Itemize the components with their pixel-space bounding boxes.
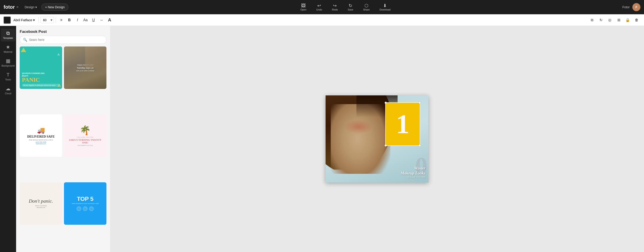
- undo-label: Undo: [316, 8, 322, 11]
- layers-icon: ⊞: [618, 18, 620, 22]
- italic-icon: I: [77, 18, 78, 22]
- bold-icon: B: [68, 18, 71, 22]
- tmpl-script-title: Don't panic.: [29, 199, 53, 204]
- number-one: 1: [396, 111, 410, 138]
- tmpl-top5-twitter-icons: 🐦 🐦 🐦: [76, 206, 94, 211]
- layers-button[interactable]: ⊞: [615, 16, 622, 24]
- case-icon: A: [108, 17, 111, 22]
- open-icon: 🖼: [301, 3, 306, 8]
- rotate-element-button[interactable]: ↻: [597, 16, 605, 24]
- background-icon: ▦: [6, 58, 10, 63]
- underline-icon: U: [92, 18, 95, 22]
- cloud-icon: ☁: [6, 86, 10, 91]
- canvas-background: 1 0 WinterMakeup Looks to Copy Thi: [326, 95, 428, 183]
- decor-triangle-3: [57, 53, 60, 55]
- tmpl-sara-name: SARA'S TURNING TWENTY ONE!: [67, 139, 104, 144]
- sidebar-item-cloud[interactable]: ☁ Cloud: [1, 84, 15, 97]
- yellow-box[interactable]: 1: [385, 102, 420, 146]
- material-icon: ★: [6, 45, 10, 50]
- spacing-icon: ↔: [100, 18, 103, 22]
- sidebar-item-background[interactable]: ▦ Background: [1, 56, 15, 69]
- tmpl-script-sub: Sharon Counselingwww.fotor.com: [35, 205, 46, 209]
- download-label: Download: [380, 8, 390, 11]
- tmpl-sharon-content: SHARON COUNSELING Don't PANIC We are tog…: [22, 72, 60, 87]
- top-bar: fotor ® Design ▾ + New Design 🖼 Open ↩ U…: [0, 0, 644, 14]
- download-icon: ⬇: [383, 3, 387, 8]
- delete-icon: 🗑: [635, 18, 638, 22]
- redo-button[interactable]: ↪ Redo: [330, 2, 340, 12]
- tmpl-delivered-sub: Order what you need for arrive or call u…: [29, 139, 53, 141]
- templates-grid: SHARON COUNSELING Don't PANIC We are tog…: [16, 46, 110, 252]
- tmpl-sara-date: SEPTEMBER 20 21 2021: [78, 145, 93, 146]
- winter-subtitle: to Copy This Year: [401, 176, 426, 178]
- template-card-sara[interactable]: 🌴 YOU ARE INVITED SARA'S TURNING TWENTY …: [64, 114, 106, 157]
- twitter-icon-1: 🐦: [76, 206, 82, 211]
- logo-area: fotor ®: [4, 4, 18, 10]
- italic-button[interactable]: I: [74, 16, 81, 24]
- sidebar-item-texts[interactable]: T Texts: [1, 70, 15, 83]
- text-case-button[interactable]: A: [106, 16, 113, 24]
- crop-icon: ◎: [608, 18, 611, 22]
- aa-icon: Aa: [83, 18, 88, 22]
- template-card-top5[interactable]: TOP 5 Twitter Strategies to Grow Your Br…: [64, 182, 106, 225]
- align-button[interactable]: ≡: [58, 16, 65, 24]
- tmpl-sharon-panic: PANIC: [22, 77, 60, 83]
- open-button[interactable]: 🖼 Open: [298, 2, 308, 12]
- fotor-logo: fotor: [4, 4, 15, 10]
- template-panel: Facebook Post 🔍 SHARON COUNSELING Don't …: [16, 26, 110, 252]
- sidebar-item-material[interactable]: ★ Material: [1, 42, 15, 55]
- font-name: Abril Fatface: [14, 18, 32, 22]
- redo-icon: ↪: [333, 3, 337, 8]
- search-input[interactable]: [29, 38, 103, 41]
- font-size-aa-button[interactable]: Aa: [82, 16, 89, 24]
- tmpl-sara-invited: YOU ARE INVITED: [77, 137, 94, 138]
- font-size-control: 60 ▾: [40, 17, 54, 23]
- tmpl-sharon-title: SHARON COUNSELING: [22, 72, 60, 74]
- save-button[interactable]: ↻ Save: [346, 2, 355, 12]
- sidebar-item-material-label: Material: [4, 50, 12, 53]
- sidebar-item-background-label: Background: [2, 64, 15, 67]
- bold-button[interactable]: B: [66, 16, 73, 24]
- canvas-wrapper: 1 0 WinterMakeup Looks to Copy Thi: [326, 95, 428, 183]
- design-dropdown[interactable]: Design ▾: [23, 4, 39, 10]
- copy-element-button[interactable]: ⧉: [588, 16, 596, 24]
- sidebar-item-cloud-label: Cloud: [5, 92, 12, 95]
- redo-label: Redo: [332, 8, 338, 11]
- tmpl-sharon-sub: We are together to relief your stress an…: [22, 84, 60, 87]
- underline-button[interactable]: U: [90, 16, 97, 24]
- sidebar-item-template-label: Template: [3, 37, 13, 39]
- letter-spacing-button[interactable]: ↔: [98, 16, 105, 24]
- template-card-dont-panic-script[interactable]: Don't panic. Sharon Counselingwww.fotor.…: [20, 182, 62, 225]
- format-divider-1: [38, 17, 39, 23]
- sidebar-item-texts-label: Texts: [5, 78, 11, 81]
- template-card-delivered[interactable]: 🚚 DELIVERED SAFE Order what you need for…: [20, 114, 62, 157]
- user-avatar[interactable]: F: [632, 3, 640, 11]
- canvas-text-overlay[interactable]: WinterMakeup Looks to Copy This Year: [401, 166, 426, 178]
- canvas-image[interactable]: 1 0 WinterMakeup Looks to Copy Thi: [326, 95, 428, 183]
- sidebar-item-template[interactable]: ⧉ Template: [1, 28, 15, 41]
- lock-button[interactable]: 🔒: [624, 16, 632, 24]
- undo-button[interactable]: ↩ Undo: [314, 2, 324, 12]
- template-card-sharon[interactable]: SHARON COUNSELING Don't PANIC We are tog…: [20, 46, 62, 89]
- font-size-value[interactable]: 60: [41, 17, 49, 23]
- font-family-selector[interactable]: Abril Fatface ▾: [12, 17, 37, 23]
- tmpl-delivered-contact: (012) 345 6789www.fotor.com: [36, 141, 46, 145]
- twitter-icon-2: 🐦: [83, 206, 88, 211]
- share-button[interactable]: ⬡ Share: [361, 2, 372, 12]
- search-bar[interactable]: 🔍: [20, 36, 106, 44]
- download-button[interactable]: ⬇ Download: [378, 2, 392, 12]
- new-design-label: + New Design: [45, 5, 65, 9]
- delete-button[interactable]: 🗑: [633, 16, 640, 24]
- text-color-swatch[interactable]: [4, 16, 11, 24]
- template-card-mothers-day[interactable]: Happy mother's day! Tuesday, Days 28 Joi…: [64, 46, 106, 89]
- font-dropdown-icon: ▾: [33, 18, 35, 22]
- new-design-button[interactable]: + New Design: [41, 3, 69, 11]
- canvas-area: 1 0 WinterMakeup Looks to Copy Thi: [110, 26, 644, 252]
- crop-button[interactable]: ◎: [606, 16, 614, 24]
- tmpl-mothers-photo: [85, 46, 106, 68]
- font-size-dropdown[interactable]: ▾: [49, 17, 54, 23]
- texts-icon: T: [6, 72, 10, 77]
- open-label: Open: [300, 8, 306, 11]
- palm-icon: 🌴: [80, 125, 91, 136]
- tmpl-mothers-date: Join us for wine & cheese: [76, 70, 94, 71]
